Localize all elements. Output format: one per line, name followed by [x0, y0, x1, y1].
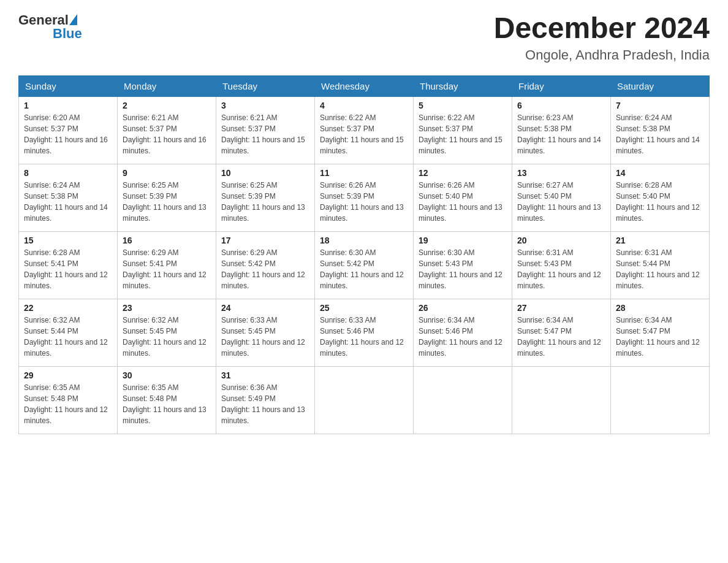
title-section: December 2024 Ongole, Andhra Pradesh, In…: [494, 12, 710, 63]
calendar-cell: 25 Sunrise: 6:33 AMSunset: 5:46 PMDaylig…: [315, 299, 414, 366]
day-info: Sunrise: 6:26 AMSunset: 5:40 PMDaylight:…: [419, 181, 502, 223]
day-info: Sunrise: 6:29 AMSunset: 5:41 PMDaylight:…: [123, 248, 207, 290]
calendar-cell: 24 Sunrise: 6:33 AMSunset: 5:45 PMDaylig…: [216, 299, 315, 366]
calendar-cell: [512, 366, 611, 434]
calendar-cell: 31 Sunrise: 6:36 AMSunset: 5:49 PMDaylig…: [216, 366, 315, 434]
logo: General Blue: [18, 12, 82, 42]
calendar-cell: 23 Sunrise: 6:32 AMSunset: 5:45 PMDaylig…: [118, 299, 216, 366]
calendar-cell: 19 Sunrise: 6:30 AMSunset: 5:43 PMDaylig…: [414, 231, 512, 299]
calendar-cell: 10 Sunrise: 6:25 AMSunset: 5:39 PMDaylig…: [216, 164, 315, 231]
day-info: Sunrise: 6:34 AMSunset: 5:46 PMDaylight:…: [419, 316, 502, 358]
day-number: 8: [24, 168, 112, 178]
calendar-cell: 7 Sunrise: 6:24 AMSunset: 5:38 PMDayligh…: [611, 96, 710, 164]
day-info: Sunrise: 6:24 AMSunset: 5:38 PMDaylight:…: [24, 181, 108, 223]
calendar-cell: 11 Sunrise: 6:26 AMSunset: 5:39 PMDaylig…: [315, 164, 414, 231]
calendar-cell: 21 Sunrise: 6:31 AMSunset: 5:44 PMDaylig…: [611, 231, 710, 299]
calendar-cell: 28 Sunrise: 6:34 AMSunset: 5:47 PMDaylig…: [611, 299, 710, 366]
day-info: Sunrise: 6:30 AMSunset: 5:42 PMDaylight:…: [320, 248, 404, 290]
day-info: Sunrise: 6:23 AMSunset: 5:38 PMDaylight:…: [517, 113, 601, 155]
day-info: Sunrise: 6:30 AMSunset: 5:43 PMDaylight:…: [419, 248, 502, 290]
calendar-cell: 18 Sunrise: 6:30 AMSunset: 5:42 PMDaylig…: [315, 231, 414, 299]
day-number: 26: [419, 303, 507, 313]
calendar-cell: 17 Sunrise: 6:29 AMSunset: 5:42 PMDaylig…: [216, 231, 315, 299]
calendar-cell: 26 Sunrise: 6:34 AMSunset: 5:46 PMDaylig…: [414, 299, 512, 366]
day-number: 5: [419, 101, 507, 110]
day-number: 6: [517, 101, 605, 110]
day-number: 22: [24, 303, 112, 313]
day-number: 2: [123, 101, 211, 110]
logo-text-blue: Blue: [53, 26, 82, 42]
day-info: Sunrise: 6:31 AMSunset: 5:43 PMDaylight:…: [517, 248, 601, 290]
day-info: Sunrise: 6:32 AMSunset: 5:45 PMDaylight:…: [123, 316, 207, 358]
calendar-cell: 14 Sunrise: 6:28 AMSunset: 5:40 PMDaylig…: [611, 164, 710, 231]
day-info: Sunrise: 6:29 AMSunset: 5:42 PMDaylight:…: [221, 248, 305, 290]
calendar-cell: 15 Sunrise: 6:28 AMSunset: 5:41 PMDaylig…: [19, 231, 118, 299]
calendar-cell: 12 Sunrise: 6:26 AMSunset: 5:40 PMDaylig…: [414, 164, 512, 231]
header-day-friday: Friday: [512, 75, 611, 96]
day-number: 15: [24, 236, 112, 245]
day-number: 21: [616, 236, 704, 245]
day-info: Sunrise: 6:32 AMSunset: 5:44 PMDaylight:…: [24, 316, 108, 358]
day-number: 13: [517, 168, 605, 178]
day-info: Sunrise: 6:34 AMSunset: 5:47 PMDaylight:…: [517, 316, 601, 358]
calendar-table: SundayMondayTuesdayWednesdayThursdayFrid…: [18, 75, 710, 434]
calendar-cell: 2 Sunrise: 6:21 AMSunset: 5:37 PMDayligh…: [118, 96, 216, 164]
location-subtitle: Ongole, Andhra Pradesh, India: [494, 47, 710, 63]
header-day-sunday: Sunday: [19, 75, 118, 96]
day-number: 3: [221, 101, 309, 110]
calendar-cell: 30 Sunrise: 6:35 AMSunset: 5:48 PMDaylig…: [118, 366, 216, 434]
calendar-cell: 8 Sunrise: 6:24 AMSunset: 5:38 PMDayligh…: [19, 164, 118, 231]
calendar-cell: 27 Sunrise: 6:34 AMSunset: 5:47 PMDaylig…: [512, 299, 611, 366]
day-number: 18: [320, 236, 408, 245]
month-title: December 2024: [494, 12, 710, 45]
day-number: 25: [320, 303, 408, 313]
day-info: Sunrise: 6:35 AMSunset: 5:48 PMDaylight:…: [24, 383, 108, 425]
day-number: 20: [517, 236, 605, 245]
calendar-week-row: 15 Sunrise: 6:28 AMSunset: 5:41 PMDaylig…: [19, 231, 710, 299]
day-number: 23: [123, 303, 211, 313]
day-info: Sunrise: 6:21 AMSunset: 5:37 PMDaylight:…: [123, 113, 207, 155]
calendar-week-row: 8 Sunrise: 6:24 AMSunset: 5:38 PMDayligh…: [19, 164, 710, 231]
calendar-cell: 6 Sunrise: 6:23 AMSunset: 5:38 PMDayligh…: [512, 96, 611, 164]
calendar-cell: 4 Sunrise: 6:22 AMSunset: 5:37 PMDayligh…: [315, 96, 414, 164]
calendar-cell: 20 Sunrise: 6:31 AMSunset: 5:43 PMDaylig…: [512, 231, 611, 299]
calendar-week-row: 29 Sunrise: 6:35 AMSunset: 5:48 PMDaylig…: [19, 366, 710, 434]
day-number: 16: [123, 236, 211, 245]
day-number: 9: [123, 168, 211, 178]
day-number: 30: [123, 370, 211, 380]
day-info: Sunrise: 6:31 AMSunset: 5:44 PMDaylight:…: [616, 248, 700, 290]
day-number: 31: [221, 370, 309, 380]
calendar-cell: 5 Sunrise: 6:22 AMSunset: 5:37 PMDayligh…: [414, 96, 512, 164]
calendar-cell: 9 Sunrise: 6:25 AMSunset: 5:39 PMDayligh…: [118, 164, 216, 231]
header-day-wednesday: Wednesday: [315, 75, 414, 96]
calendar-cell: [315, 366, 414, 434]
calendar-week-row: 22 Sunrise: 6:32 AMSunset: 5:44 PMDaylig…: [19, 299, 710, 366]
day-number: 12: [419, 168, 507, 178]
day-number: 28: [616, 303, 704, 313]
day-info: Sunrise: 6:25 AMSunset: 5:39 PMDaylight:…: [123, 181, 207, 223]
day-number: 10: [221, 168, 309, 178]
day-info: Sunrise: 6:28 AMSunset: 5:41 PMDaylight:…: [24, 248, 108, 290]
calendar-cell: 22 Sunrise: 6:32 AMSunset: 5:44 PMDaylig…: [19, 299, 118, 366]
day-number: 11: [320, 168, 408, 178]
day-info: Sunrise: 6:21 AMSunset: 5:37 PMDaylight:…: [221, 113, 305, 155]
day-number: 17: [221, 236, 309, 245]
day-info: Sunrise: 6:33 AMSunset: 5:45 PMDaylight:…: [221, 316, 305, 358]
day-info: Sunrise: 6:34 AMSunset: 5:47 PMDaylight:…: [616, 316, 700, 358]
header-day-monday: Monday: [118, 75, 216, 96]
day-info: Sunrise: 6:22 AMSunset: 5:37 PMDaylight:…: [320, 113, 404, 155]
day-info: Sunrise: 6:27 AMSunset: 5:40 PMDaylight:…: [517, 181, 601, 223]
calendar-cell: [611, 366, 710, 434]
day-number: 19: [419, 236, 507, 245]
day-number: 7: [616, 101, 704, 110]
day-info: Sunrise: 6:35 AMSunset: 5:48 PMDaylight:…: [123, 383, 207, 425]
day-info: Sunrise: 6:25 AMSunset: 5:39 PMDaylight:…: [221, 181, 305, 223]
day-number: 27: [517, 303, 605, 313]
day-info: Sunrise: 6:28 AMSunset: 5:40 PMDaylight:…: [616, 181, 700, 223]
day-number: 1: [24, 101, 112, 110]
calendar-cell: [414, 366, 512, 434]
day-info: Sunrise: 6:20 AMSunset: 5:37 PMDaylight:…: [24, 113, 108, 155]
day-info: Sunrise: 6:24 AMSunset: 5:38 PMDaylight:…: [616, 113, 700, 155]
day-number: 14: [616, 168, 704, 178]
header-day-thursday: Thursday: [414, 75, 512, 96]
